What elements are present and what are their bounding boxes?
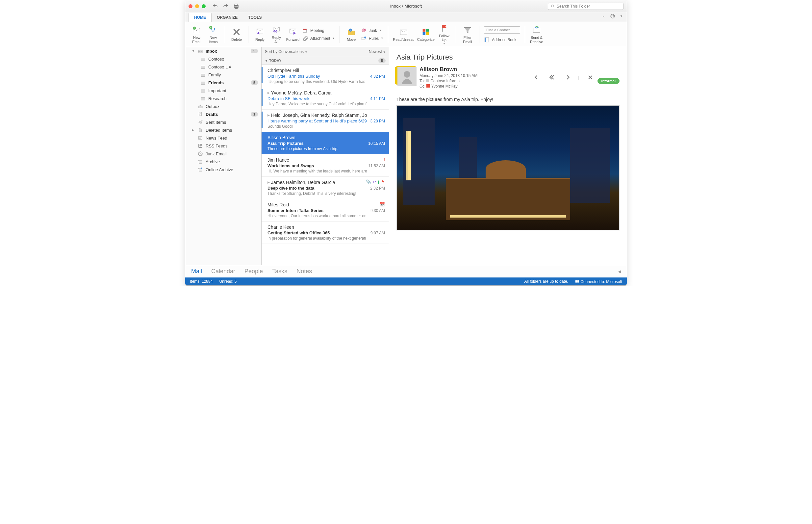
folder-family[interactable]: Family <box>185 71 261 79</box>
order-dropdown[interactable]: Newest ▼ <box>369 49 386 54</box>
svg-rect-27 <box>423 32 425 35</box>
delete-button[interactable]: Delete <box>230 27 243 42</box>
folder-important[interactable]: Important <box>185 86 261 95</box>
sender-avatar <box>396 66 416 85</box>
nav-people[interactable]: People <box>244 268 263 275</box>
forward-icon[interactable] <box>563 74 570 81</box>
message-subject: Asia Trip Pictures <box>268 141 385 146</box>
message-item[interactable]: 📅Miles ReidSummer Intern Talks SeriesHi … <box>261 199 389 222</box>
tray-icon <box>200 80 206 85</box>
bottom-nav: Mail Calendar People Tasks Notes ◀ <box>185 265 627 277</box>
sort-dropdown[interactable]: Sort by Conversations ▼ <box>265 49 307 54</box>
message-preview: These are the pictures from my Asia trip… <box>268 146 385 151</box>
ribbon: + New Email + New Items Delete Reply Re <box>185 22 627 47</box>
nav-tasks[interactable]: Tasks <box>272 268 287 275</box>
dropdown-icon[interactable]: ▼ <box>620 15 623 18</box>
svg-rect-33 <box>201 58 205 61</box>
folder-outbox[interactable]: Outbox <box>185 102 261 110</box>
redo-icon[interactable] <box>223 3 229 9</box>
message-item[interactable]: ▶Yvonne McKay, Debra GarciaDebra in SF t… <box>261 87 389 110</box>
status-bar: Items: 12884 Unread: 5 All folders are u… <box>185 277 627 285</box>
print-icon[interactable] <box>233 3 239 9</box>
undo-icon[interactable] <box>212 3 218 9</box>
move-button[interactable]: Move <box>344 27 358 42</box>
folder-inbox[interactable]: ▼ Inbox 5 <box>185 47 261 55</box>
categorize-button[interactable]: Categorize <box>417 27 435 42</box>
day-header[interactable]: ▼TODAY 5 <box>261 56 389 65</box>
folder-rss[interactable]: RSS Feeds <box>185 142 261 150</box>
zoom-window[interactable] <box>202 4 206 8</box>
svg-point-44 <box>199 146 200 147</box>
message-item[interactable]: 📎↩▮⚑▶James Halmilton, Debra GarciaDeep d… <box>261 177 389 199</box>
search-folder[interactable] <box>548 3 624 10</box>
new-items-button[interactable]: + New Items <box>206 25 220 44</box>
message-from: Miles Reid <box>268 202 385 207</box>
svg-rect-37 <box>201 89 205 92</box>
message-item[interactable]: Charlie KeenGetting Started with Office … <box>261 222 389 244</box>
titlebar: Inbox • Microsoft <box>185 0 627 12</box>
window-title: Inbox • Microsoft <box>390 4 422 9</box>
chevron-right-icon: ▶ <box>192 128 195 132</box>
send-receive-button[interactable]: Send & Receive <box>530 25 543 44</box>
nav-mail[interactable]: Mail <box>191 268 202 275</box>
reply-icon[interactable] <box>534 74 541 81</box>
minimize-window[interactable] <box>195 4 199 8</box>
svg-text:+: + <box>210 26 212 29</box>
nav-calendar[interactable]: Calendar <box>211 268 235 275</box>
rules-button[interactable]: Rules ▼ <box>361 35 384 42</box>
attachment-button[interactable]: Attachment ▼ <box>302 35 335 42</box>
message-item[interactable]: ▶Heidi Joseph, Gina Kennedy, Ralph Stamm… <box>261 110 389 132</box>
tab-tools[interactable]: TOOLS <box>243 13 267 22</box>
reply-all-button[interactable]: Reply All <box>269 25 283 44</box>
folder-friends[interactable]: Friends5 <box>185 79 261 86</box>
message-item[interactable]: Christopher HillOld Hyde Farm this Sunda… <box>261 65 389 87</box>
svg-text:+: + <box>193 27 195 30</box>
filter-email-button[interactable]: Filter Email <box>461 25 474 44</box>
message-date: Monday June 24, 2013 10:15 AM <box>420 73 530 78</box>
category-icon: ▮ <box>377 179 380 184</box>
message-time: 9:07 AM <box>371 231 385 235</box>
junk-button[interactable]: Junk ▼ <box>361 28 384 34</box>
importance-icon: ! <box>384 157 385 162</box>
folder-online-archive[interactable]: Online Archive <box>185 166 261 174</box>
folder-research[interactable]: Research <box>185 95 261 102</box>
tray-icon <box>200 56 206 62</box>
message-subject: Deep dive into the data <box>268 186 385 191</box>
folder-sent[interactable]: Sent Items <box>185 118 261 126</box>
follow-up-button[interactable]: Follow Up ▼ <box>437 23 451 45</box>
search-icon <box>551 4 555 8</box>
new-email-button[interactable]: + New Email <box>190 25 204 44</box>
address-book-button[interactable]: Address Book <box>484 37 520 43</box>
message-subject: Asia Trip Pictures <box>396 53 620 62</box>
flag-icon: ⚑ <box>381 179 385 184</box>
reply-button[interactable]: Reply <box>253 27 267 42</box>
tab-organize[interactable]: ORGANIZE <box>212 13 243 22</box>
folder-deleted[interactable]: ▶Deleted Items <box>185 126 261 134</box>
folder-contoso[interactable]: Contoso <box>185 55 261 63</box>
tab-home[interactable]: HOME <box>188 13 212 22</box>
find-contact-input[interactable]: Find a Contact <box>484 26 520 34</box>
forward-button[interactable]: Forward <box>286 27 300 42</box>
folder-news[interactable]: News Feed <box>185 134 261 142</box>
message-subject: Work Items and Swags <box>268 163 385 168</box>
message-preview: In preparation for general availability … <box>268 236 385 241</box>
collapse-nav-icon[interactable]: ◀ <box>618 269 621 274</box>
close-message-icon[interactable] <box>587 74 594 81</box>
meeting-button[interactable]: Meeting <box>302 28 335 34</box>
message-subject: Summer Intern Talks Series <box>268 208 385 213</box>
read-unread-button[interactable]: Read/Unread <box>393 27 414 42</box>
reply-all-icon[interactable] <box>549 74 555 81</box>
folder-contoso-ux[interactable]: Contoso UX <box>185 63 261 71</box>
folder-junk[interactable]: Junk Email <box>185 150 261 158</box>
folder-drafts[interactable]: Drafts1 <box>185 110 261 118</box>
collapse-ribbon-icon[interactable]: ︿ <box>602 14 605 19</box>
search-input[interactable] <box>557 4 621 9</box>
news-icon <box>198 135 203 141</box>
message-item[interactable]: Allison BrownAsia Trip PicturesThese are… <box>261 132 389 154</box>
folder-archive[interactable]: Archive <box>185 158 261 166</box>
nav-notes[interactable]: Notes <box>297 268 312 275</box>
close-window[interactable] <box>188 4 192 8</box>
emoji-icon[interactable] <box>610 14 615 19</box>
message-item[interactable]: !Jim HanceWork Items and SwagsHi, We hav… <box>261 154 389 177</box>
status-sync: All folders are up to date. <box>524 279 568 284</box>
